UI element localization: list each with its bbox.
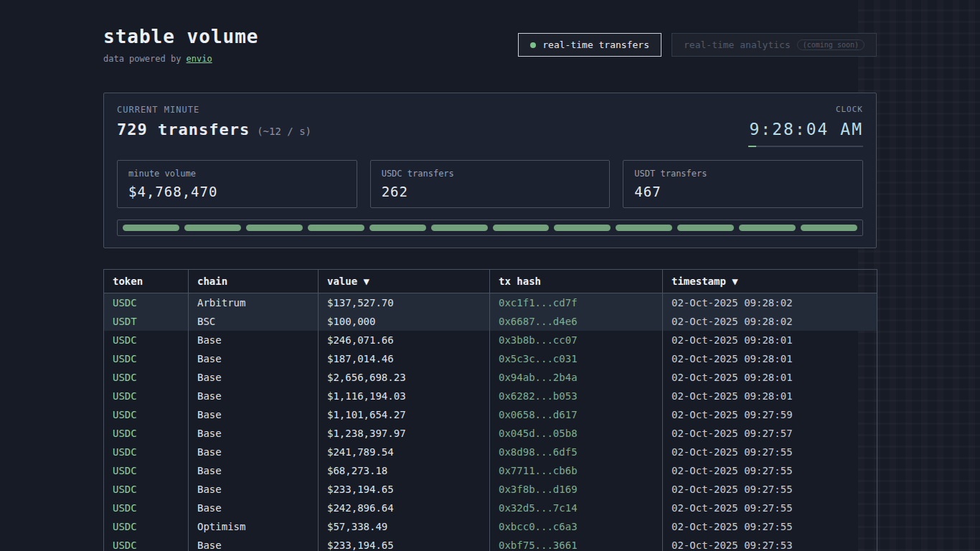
tx-hash-link[interactable]: 0x32d5...7c14	[490, 499, 663, 517]
progress-segment	[677, 225, 734, 231]
transfers-rate: (~12 / s)	[257, 126, 311, 137]
cell-timestamp: 02-Oct-2025 09:28:02	[663, 293, 877, 313]
cell-timestamp: 02-Oct-2025 09:28:01	[663, 387, 877, 405]
cell-timestamp: 02-Oct-2025 09:27:57	[663, 424, 877, 443]
cell-chain: Base	[189, 461, 319, 480]
cell-value: $187,014.46	[319, 349, 490, 368]
cell-chain: BSC	[189, 312, 319, 331]
cell-value: $246,071.66	[319, 331, 490, 349]
tab-realtime-analytics: real-time analytics (coming soon)	[672, 33, 877, 57]
envio-link[interactable]: envio	[187, 54, 212, 64]
usdt-transfers-card: USDT transfers 467	[623, 160, 863, 208]
col-tx-hash: tx hash	[490, 270, 663, 293]
subtitle-prefix: data powered by	[103, 54, 187, 64]
cell-token: USDC	[104, 405, 189, 424]
tx-hash-link[interactable]: 0x3f8b...d169	[490, 480, 663, 499]
table-row: USDC Base $246,071.66 0x3b8b...cc07 02-O…	[104, 331, 877, 349]
tx-hash-link[interactable]: 0x045d...05b8	[490, 424, 663, 443]
tx-hash-link[interactable]: 0x6687...d4e6	[490, 312, 663, 331]
tx-hash-link[interactable]: 0x7711...cb6b	[490, 461, 663, 480]
cell-value: $1,116,194.03	[319, 387, 490, 405]
cell-timestamp: 02-Oct-2025 09:27:55	[663, 443, 877, 461]
cell-chain: Base	[189, 368, 319, 387]
tab-analytics-label: real-time analytics	[684, 39, 791, 50]
cell-token: USDC	[104, 461, 189, 480]
tx-hash-link[interactable]: 0xbcc0...c6a3	[490, 517, 663, 536]
cell-token: USDC	[104, 293, 189, 313]
cell-value: $57,338.49	[319, 517, 490, 536]
card-label: USDC transfers	[382, 169, 599, 179]
subtitle: data powered by envio	[103, 54, 259, 64]
view-tabs: real-time transfers real-time analytics …	[518, 33, 877, 57]
title-block: stable volume data powered by envio	[103, 26, 259, 64]
cell-value: $233,194.65	[319, 536, 490, 551]
cell-token: USDC	[104, 443, 189, 461]
cell-token: USDC	[104, 349, 189, 368]
cell-value: $100,000	[319, 312, 490, 331]
cell-timestamp: 02-Oct-2025 09:27:59	[663, 405, 877, 424]
clock-label: CLOCK	[748, 105, 863, 114]
table-row: USDC Base $1,238,397.97 0x045d...05b8 02…	[104, 424, 877, 443]
card-value: 467	[634, 184, 852, 199]
cell-value: $241,789.54	[319, 443, 490, 461]
cell-token: USDC	[104, 368, 189, 387]
page-title: stable volume	[103, 26, 259, 47]
stat-cards: minute volume $4,768,470 USDC transfers …	[117, 160, 863, 208]
header: stable volume data powered by envio real…	[103, 26, 877, 64]
cell-value: $1,238,397.97	[319, 424, 490, 443]
progress-segment	[431, 225, 488, 231]
minute-progress-bar	[117, 220, 863, 236]
cell-token: USDC	[104, 536, 189, 551]
progress-segment	[246, 225, 303, 231]
col-timestamp-sort[interactable]: timestamp ▼	[663, 270, 877, 293]
cell-chain: Base	[189, 387, 319, 405]
table-row: USDC Base $241,789.54 0x8d98...6df5 02-O…	[104, 443, 877, 461]
cell-chain: Base	[189, 424, 319, 443]
col-value-sort[interactable]: value ▼	[319, 270, 490, 293]
cell-timestamp: 02-Oct-2025 09:28:01	[663, 331, 877, 349]
cell-value: $1,101,654.27	[319, 405, 490, 424]
clock-progress	[748, 146, 863, 147]
cell-value: $2,656,698.23	[319, 368, 490, 387]
table-header-row: token chain value ▼ tx hash timestamp ▼	[104, 270, 877, 293]
tx-hash-link[interactable]: 0x5c3c...c031	[490, 349, 663, 368]
tx-hash-link[interactable]: 0x8d98...6df5	[490, 443, 663, 461]
cell-timestamp: 02-Oct-2025 09:27:55	[663, 499, 877, 517]
cell-chain: Base	[189, 536, 319, 551]
clock-time: 9:28:04 AM	[748, 120, 863, 138]
table-row: USDC Base $68,273.18 0x7711...cb6b 02-Oc…	[104, 461, 877, 480]
cell-value: $242,896.64	[319, 499, 490, 517]
coming-soon-badge: (coming soon)	[797, 39, 864, 50]
cell-token: USDT	[104, 312, 189, 331]
tab-realtime-transfers[interactable]: real-time transfers	[518, 33, 661, 57]
cell-chain: Base	[189, 349, 319, 368]
progress-segment	[739, 225, 796, 231]
stats-panel: CURRENT MINUTE 729 transfers (~12 / s) C…	[103, 93, 877, 248]
page-container: stable volume data powered by envio real…	[103, 0, 877, 551]
card-value: $4,768,470	[128, 184, 346, 199]
card-label: minute volume	[128, 169, 346, 179]
cell-value: $68,273.18	[319, 461, 490, 480]
cell-timestamp: 02-Oct-2025 09:28:02	[663, 312, 877, 331]
col-token: token	[104, 270, 189, 293]
tx-hash-link[interactable]: 0x0658...d617	[490, 405, 663, 424]
table-row: USDC Base $242,896.64 0x32d5...7c14 02-O…	[104, 499, 877, 517]
cell-chain: Optimism	[189, 517, 319, 536]
cell-token: USDC	[104, 387, 189, 405]
table-row: USDT BSC $100,000 0x6687...d4e6 02-Oct-2…	[104, 312, 877, 331]
cell-chain: Base	[189, 331, 319, 349]
tx-hash-link[interactable]: 0x3b8b...cc07	[490, 331, 663, 349]
tx-hash-link[interactable]: 0xbf75...3661	[490, 536, 663, 551]
tab-transfers-label: real-time transfers	[542, 39, 649, 50]
cell-token: USDC	[104, 331, 189, 349]
table-row: USDC Arbitrum $137,527.70 0xc1f1...cd7f …	[104, 293, 877, 313]
tx-hash-link[interactable]: 0xc1f1...cd7f	[490, 293, 663, 313]
cell-token: USDC	[104, 480, 189, 499]
tx-hash-link[interactable]: 0x94ab...2b4a	[490, 368, 663, 387]
cell-chain: Arbitrum	[189, 293, 319, 313]
tx-hash-link[interactable]: 0x6282...b053	[490, 387, 663, 405]
live-status-dot-icon	[530, 42, 536, 48]
cell-chain: Base	[189, 499, 319, 517]
transfers-count-row: 729 transfers (~12 / s)	[117, 121, 311, 138]
card-label: USDT transfers	[634, 169, 852, 179]
